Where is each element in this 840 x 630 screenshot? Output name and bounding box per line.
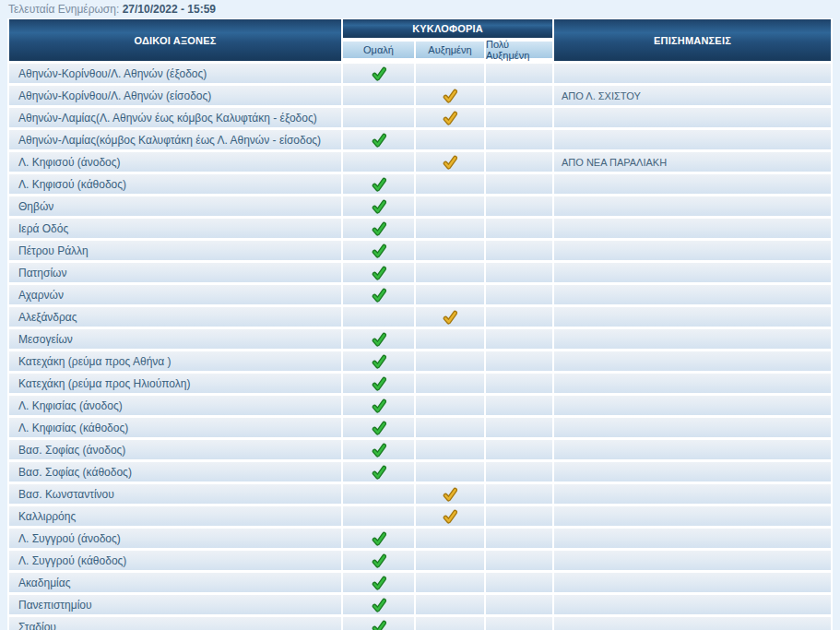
traffic-cell-very-increased: [486, 285, 552, 304]
notes-cell: [554, 263, 831, 282]
road-name-cell: Βασ. Σοφίας (κάθοδος): [9, 462, 341, 481]
traffic-cell-increased: [416, 617, 484, 630]
traffic-cell-increased: [416, 351, 484, 371]
traffic-cell-increased: [416, 440, 484, 459]
traffic-cell-very-increased: [486, 351, 552, 371]
road-name-cell: Λ. Συγγρού (άνοδος): [9, 529, 341, 548]
traffic-cell-increased: [416, 573, 484, 592]
traffic-cell-increased: [416, 263, 484, 282]
traffic-cell-very-increased: [486, 307, 552, 327]
status-check-increased-icon: [443, 89, 457, 103]
traffic-cell-very-increased: [486, 219, 552, 238]
road-name-cell: Ιερά Οδός: [9, 219, 341, 238]
notes-cell: [554, 285, 831, 304]
status-check-normal-icon: [372, 598, 386, 612]
notes-cell: [554, 351, 831, 371]
notes-cell: [554, 307, 831, 327]
traffic-cell-increased: [416, 307, 484, 327]
notes-cell: [554, 174, 831, 194]
road-name-cell: Αθηνών-Λαμίας(Λ. Αθηνών έως κόμβος Καλυφ…: [9, 108, 341, 127]
traffic-cell-increased: [416, 484, 484, 504]
notes-cell: [554, 418, 831, 437]
notes-cell: [554, 396, 831, 415]
traffic-cell-normal: [343, 396, 414, 415]
road-name-cell: Βασ. Κωνσταντίνου: [9, 484, 341, 504]
traffic-cell-normal: [343, 307, 414, 327]
status-check-normal-icon: [372, 531, 386, 546]
status-check-increased-icon: [443, 487, 457, 502]
status-check-increased-icon: [443, 111, 457, 125]
traffic-cell-increased: [416, 418, 484, 437]
traffic-cell-normal: [343, 196, 414, 216]
traffic-cell-normal: [343, 573, 414, 592]
traffic-cell-increased: [416, 506, 484, 526]
traffic-cell-increased: [416, 64, 484, 83]
traffic-cell-increased: [416, 529, 484, 548]
status-check-normal-icon: [372, 421, 386, 435]
traffic-cell-normal: [343, 351, 414, 371]
traffic-cell-very-increased: [486, 617, 552, 630]
road-name-cell: Πατησίων: [9, 263, 341, 282]
notes-cell: [554, 617, 831, 630]
notes-cell: [554, 506, 831, 526]
road-name-cell: Λ. Κηφισίας (άνοδος): [9, 396, 341, 415]
road-name-cell: Αθηνών-Κορίνθου/Λ. Αθηνών (έξοδος): [9, 64, 341, 83]
road-name-cell: Ακαδημίας: [9, 573, 341, 592]
traffic-cell-normal: [343, 130, 414, 149]
notes-cell: [554, 241, 831, 260]
status-check-increased-icon: [443, 155, 457, 170]
traffic-cell-very-increased: [486, 374, 552, 393]
traffic-cell-increased: [416, 130, 484, 149]
traffic-cell-very-increased: [486, 64, 552, 83]
traffic-cell-increased: [416, 462, 484, 481]
status-check-normal-icon: [372, 221, 386, 236]
traffic-cell-normal: [343, 219, 414, 238]
traffic-cell-very-increased: [486, 595, 552, 614]
traffic-cell-very-increased: [486, 263, 552, 282]
traffic-cell-normal: [343, 462, 414, 481]
traffic-cell-very-increased: [486, 573, 552, 592]
traffic-cell-normal: [343, 329, 414, 349]
status-check-normal-icon: [372, 354, 386, 369]
traffic-cell-normal: [343, 241, 414, 260]
road-name-cell: Λ. Συγγρού (κάθοδος): [9, 551, 341, 570]
traffic-cell-normal: [343, 529, 414, 548]
road-name-cell: Πέτρου Ράλλη: [9, 241, 341, 260]
traffic-cell-very-increased: [486, 529, 552, 548]
road-name-cell: Πανεπιστημίου: [9, 595, 341, 614]
traffic-cell-normal: [343, 617, 414, 630]
traffic-cell-normal: [343, 440, 414, 459]
subheader-traffic-normal: Ομαλή: [343, 42, 414, 58]
traffic-cell-increased: [416, 285, 484, 304]
status-check-normal-icon: [372, 620, 386, 630]
road-name-cell: Λ. Κηφισού (άνοδος): [9, 152, 341, 172]
road-name-cell: Καλλιρρόης: [9, 506, 341, 526]
traffic-cell-increased: [416, 108, 484, 127]
road-name-cell: Βασ. Σοφίας (άνοδος): [9, 440, 341, 459]
traffic-cell-increased: [416, 174, 484, 194]
road-name-cell: Μεσογείων: [9, 329, 341, 349]
traffic-cell-increased: [416, 396, 484, 415]
traffic-cell-increased: [416, 374, 484, 393]
status-check-increased-icon: [443, 509, 457, 524]
traffic-cell-normal: [343, 152, 414, 172]
notes-cell: [554, 374, 831, 393]
subheader-traffic-increased: Αυξημένη: [416, 42, 484, 58]
traffic-cell-very-increased: [486, 329, 552, 349]
status-check-normal-icon: [372, 133, 386, 148]
traffic-cell-normal: [343, 263, 414, 282]
notes-cell: [554, 329, 831, 349]
status-check-normal-icon: [372, 376, 386, 391]
column-header-notes: ΕΠΙΣΗΜΑΝΣΕΙΣ: [554, 19, 831, 61]
notes-cell: [554, 196, 831, 216]
traffic-cell-increased: [416, 551, 484, 570]
status-check-normal-icon: [372, 244, 386, 258]
notes-cell: [554, 440, 831, 459]
road-name-cell: Αθηνών-Κορίνθου/Λ. Αθηνών (είσοδος): [9, 86, 341, 105]
notes-cell: [554, 219, 831, 238]
traffic-cell-very-increased: [486, 506, 552, 526]
status-check-normal-icon: [372, 66, 386, 81]
road-name-cell: Θηβών: [9, 196, 341, 216]
traffic-cell-normal: [343, 285, 414, 304]
traffic-cell-normal: [343, 174, 414, 194]
